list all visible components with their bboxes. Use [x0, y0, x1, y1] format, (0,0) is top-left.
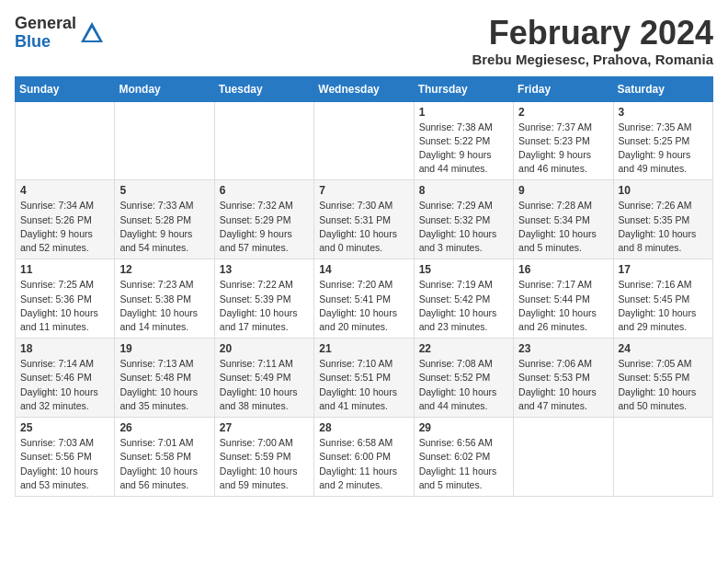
day-number: 10 [619, 184, 708, 197]
calendar-cell [514, 418, 613, 497]
calendar-cell: 22Sunrise: 7:08 AMSunset: 5:52 PMDayligh… [414, 339, 513, 418]
day-number: 27 [220, 421, 309, 434]
day-number: 6 [220, 184, 309, 197]
day-info: Sunrise: 7:29 AMSunset: 5:32 PMDaylight:… [419, 199, 508, 255]
day-info: Sunrise: 7:16 AMSunset: 5:45 PMDaylight:… [619, 278, 708, 334]
calendar-cell [16, 101, 115, 180]
calendar-cell: 10Sunrise: 7:26 AMSunset: 5:35 PMDayligh… [613, 180, 712, 259]
day-info: Sunrise: 7:11 AMSunset: 5:49 PMDaylight:… [220, 357, 309, 413]
calendar-week-row: 4Sunrise: 7:34 AMSunset: 5:26 PMDaylight… [16, 180, 713, 259]
day-info: Sunrise: 7:25 AMSunset: 5:36 PMDaylight:… [20, 278, 109, 334]
day-info: Sunrise: 7:20 AMSunset: 5:41 PMDaylight:… [319, 278, 408, 334]
day-info: Sunrise: 7:17 AMSunset: 5:44 PMDaylight:… [518, 278, 608, 334]
day-info: Sunrise: 7:05 AMSunset: 5:55 PMDaylight:… [619, 357, 708, 413]
day-info: Sunrise: 7:22 AMSunset: 5:39 PMDaylight:… [220, 278, 309, 334]
weekday-header-wednesday: Wednesday [314, 76, 414, 101]
day-info: Sunrise: 7:32 AMSunset: 5:29 PMDaylight:… [220, 199, 309, 255]
calendar-week-row: 1Sunrise: 7:38 AMSunset: 5:22 PMDaylight… [16, 101, 713, 180]
calendar-cell [314, 101, 414, 180]
day-number: 25 [20, 421, 109, 434]
day-number: 8 [419, 184, 508, 197]
day-number: 2 [518, 106, 608, 119]
day-number: 3 [619, 106, 708, 119]
logo-blue-text: Blue [15, 33, 76, 52]
weekday-header-monday: Monday [115, 76, 214, 101]
calendar-cell: 28Sunrise: 6:58 AMSunset: 6:00 PMDayligh… [314, 418, 414, 497]
day-number: 9 [518, 184, 608, 197]
weekday-header-friday: Friday [514, 76, 613, 101]
calendar-cell: 6Sunrise: 7:32 AMSunset: 5:29 PMDaylight… [214, 180, 313, 259]
calendar-cell: 13Sunrise: 7:22 AMSunset: 5:39 PMDayligh… [214, 259, 313, 339]
day-number: 20 [220, 342, 309, 355]
month-year-title: February 2024 [472, 15, 713, 52]
day-number: 14 [319, 263, 408, 276]
calendar-cell: 23Sunrise: 7:06 AMSunset: 5:53 PMDayligh… [514, 339, 613, 418]
day-number: 23 [518, 342, 608, 355]
day-info: Sunrise: 7:37 AMSunset: 5:23 PMDaylight:… [518, 121, 608, 177]
day-info: Sunrise: 7:35 AMSunset: 5:25 PMDaylight:… [619, 121, 708, 177]
calendar-cell: 25Sunrise: 7:03 AMSunset: 5:56 PMDayligh… [16, 418, 115, 497]
day-number: 19 [119, 342, 209, 355]
calendar-cell: 7Sunrise: 7:30 AMSunset: 5:31 PMDaylight… [314, 180, 414, 259]
day-info: Sunrise: 7:38 AMSunset: 5:22 PMDaylight:… [419, 121, 508, 177]
weekday-header-thursday: Thursday [414, 76, 513, 101]
calendar-week-row: 11Sunrise: 7:25 AMSunset: 5:36 PMDayligh… [16, 259, 713, 339]
weekday-header-sunday: Sunday [16, 76, 115, 101]
logo-icon [79, 20, 105, 46]
day-number: 12 [119, 263, 209, 276]
calendar-cell: 15Sunrise: 7:19 AMSunset: 5:42 PMDayligh… [414, 259, 513, 339]
day-info: Sunrise: 7:33 AMSunset: 5:28 PMDaylight:… [119, 199, 209, 255]
calendar-cell: 5Sunrise: 7:33 AMSunset: 5:28 PMDaylight… [115, 180, 214, 259]
calendar-cell: 3Sunrise: 7:35 AMSunset: 5:25 PMDaylight… [613, 101, 712, 180]
calendar-cell: 1Sunrise: 7:38 AMSunset: 5:22 PMDaylight… [414, 101, 513, 180]
day-number: 24 [619, 342, 708, 355]
calendar-cell [613, 418, 712, 497]
day-info: Sunrise: 7:03 AMSunset: 5:56 PMDaylight:… [20, 436, 109, 492]
calendar-cell: 19Sunrise: 7:13 AMSunset: 5:48 PMDayligh… [115, 339, 214, 418]
day-number: 18 [20, 342, 109, 355]
day-number: 13 [220, 263, 309, 276]
day-info: Sunrise: 6:56 AMSunset: 6:02 PMDaylight:… [419, 436, 508, 492]
calendar-header-row: SundayMondayTuesdayWednesdayThursdayFrid… [16, 76, 713, 101]
day-info: Sunrise: 7:14 AMSunset: 5:46 PMDaylight:… [20, 357, 109, 413]
calendar-cell: 16Sunrise: 7:17 AMSunset: 5:44 PMDayligh… [514, 259, 613, 339]
calendar-cell: 8Sunrise: 7:29 AMSunset: 5:32 PMDaylight… [414, 180, 513, 259]
calendar-cell: 17Sunrise: 7:16 AMSunset: 5:45 PMDayligh… [613, 259, 712, 339]
day-number: 16 [518, 263, 608, 276]
calendar-cell: 18Sunrise: 7:14 AMSunset: 5:46 PMDayligh… [16, 339, 115, 418]
day-info: Sunrise: 7:34 AMSunset: 5:26 PMDaylight:… [20, 199, 109, 255]
location-subtitle: Brebu Megiesesc, Prahova, Romania [472, 52, 713, 67]
day-info: Sunrise: 7:06 AMSunset: 5:53 PMDaylight:… [518, 357, 608, 413]
calendar-cell [115, 101, 214, 180]
day-info: Sunrise: 7:28 AMSunset: 5:34 PMDaylight:… [518, 199, 608, 255]
calendar-week-row: 25Sunrise: 7:03 AMSunset: 5:56 PMDayligh… [16, 418, 713, 497]
day-number: 7 [319, 184, 408, 197]
day-number: 29 [419, 421, 508, 434]
calendar-cell: 20Sunrise: 7:11 AMSunset: 5:49 PMDayligh… [214, 339, 313, 418]
day-info: Sunrise: 7:13 AMSunset: 5:48 PMDaylight:… [119, 357, 209, 413]
day-info: Sunrise: 7:26 AMSunset: 5:35 PMDaylight:… [619, 199, 708, 255]
day-number: 17 [619, 263, 708, 276]
day-number: 28 [319, 421, 408, 434]
calendar-cell: 12Sunrise: 7:23 AMSunset: 5:38 PMDayligh… [115, 259, 214, 339]
calendar-cell: 21Sunrise: 7:10 AMSunset: 5:51 PMDayligh… [314, 339, 414, 418]
calendar-cell: 2Sunrise: 7:37 AMSunset: 5:23 PMDaylight… [514, 101, 613, 180]
day-info: Sunrise: 6:58 AMSunset: 6:00 PMDaylight:… [319, 436, 408, 492]
calendar-cell: 4Sunrise: 7:34 AMSunset: 5:26 PMDaylight… [16, 180, 115, 259]
day-number: 21 [319, 342, 408, 355]
calendar-cell: 9Sunrise: 7:28 AMSunset: 5:34 PMDaylight… [514, 180, 613, 259]
day-info: Sunrise: 7:10 AMSunset: 5:51 PMDaylight:… [319, 357, 408, 413]
day-info: Sunrise: 7:01 AMSunset: 5:58 PMDaylight:… [119, 436, 209, 492]
calendar-week-row: 18Sunrise: 7:14 AMSunset: 5:46 PMDayligh… [16, 339, 713, 418]
day-info: Sunrise: 7:00 AMSunset: 5:59 PMDaylight:… [220, 436, 309, 492]
day-number: 15 [419, 263, 508, 276]
weekday-header-tuesday: Tuesday [214, 76, 313, 101]
title-section: February 2024 Brebu Megiesesc, Prahova, … [472, 15, 713, 67]
day-number: 1 [419, 106, 508, 119]
calendar-cell: 29Sunrise: 6:56 AMSunset: 6:02 PMDayligh… [414, 418, 513, 497]
weekday-header-saturday: Saturday [613, 76, 712, 101]
day-info: Sunrise: 7:08 AMSunset: 5:52 PMDaylight:… [419, 357, 508, 413]
calendar-table: SundayMondayTuesdayWednesdayThursdayFrid… [15, 76, 713, 497]
calendar-cell: 27Sunrise: 7:00 AMSunset: 5:59 PMDayligh… [214, 418, 313, 497]
day-info: Sunrise: 7:23 AMSunset: 5:38 PMDaylight:… [119, 278, 209, 334]
